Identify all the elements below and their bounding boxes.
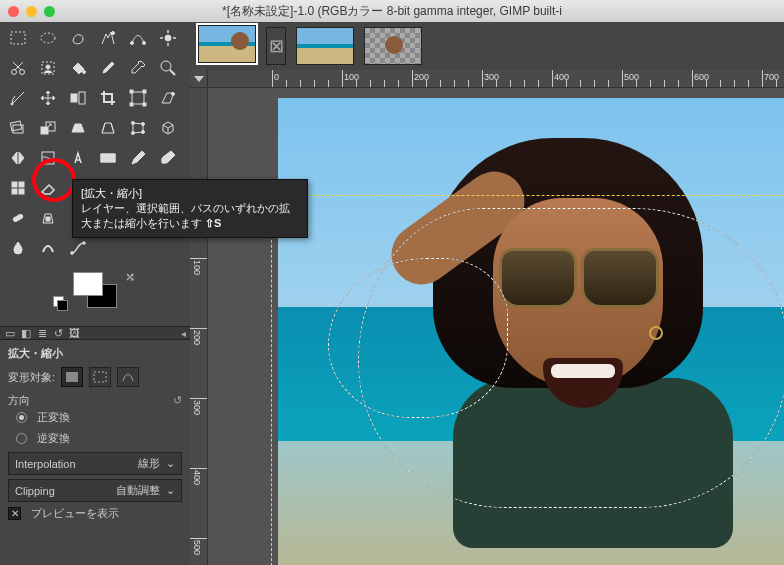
- svg-line-35: [111, 123, 114, 133]
- spacer4: [156, 236, 180, 260]
- interpolation-label: Interpolation: [15, 458, 76, 470]
- image-area: ⊠ 0100200300400500600700800 010020030040…: [190, 22, 784, 565]
- svg-rect-53: [13, 214, 24, 222]
- window-titlebar: *[名称未設定]-1.0 (RGBカラー 8-bit gamma integer…: [0, 0, 784, 22]
- interpolation-select[interactable]: Interpolation 線形 ⌄: [8, 452, 182, 475]
- tooltip-shortcut: ⇧S: [205, 217, 221, 229]
- perspective-clone-tool[interactable]: [36, 206, 60, 230]
- image-tab-close[interactable]: ⊠: [266, 27, 286, 65]
- svg-point-59: [83, 242, 86, 245]
- eyedropper-tool[interactable]: [126, 56, 150, 80]
- handle-transform-tool[interactable]: [156, 86, 180, 110]
- svg-rect-23: [79, 92, 85, 104]
- direction-normal-radio[interactable]: [16, 412, 27, 423]
- direction-reverse-radio[interactable]: [16, 433, 27, 444]
- image-tabs: ⊠: [190, 22, 784, 70]
- svg-rect-27: [130, 103, 133, 106]
- color-swatches: ⤭: [6, 266, 184, 318]
- svg-point-29: [172, 93, 175, 96]
- svg-rect-41: [101, 154, 115, 162]
- transform-path-button[interactable]: [117, 367, 139, 387]
- foreground-color-swatch[interactable]: [73, 272, 103, 296]
- scale-tool[interactable]: [36, 116, 60, 140]
- perspective-tool[interactable]: [96, 116, 120, 140]
- direction-label: 方向: [8, 393, 30, 408]
- rect-select-tool[interactable]: [6, 26, 30, 50]
- close-window-icon[interactable]: [8, 6, 19, 17]
- bucket-fill-tool[interactable]: [66, 56, 90, 80]
- svg-line-18: [170, 70, 175, 75]
- tab-menu-icon[interactable]: ◂: [181, 328, 186, 339]
- fuzzy-select-tool[interactable]: [96, 26, 120, 50]
- cut-tool[interactable]: [6, 56, 30, 80]
- warp-tool[interactable]: [36, 146, 60, 170]
- chevron-down-icon: ⌄: [166, 457, 175, 470]
- left-dock: ⤭ ▭ ◧ ≣ ↺ 🖼 ◂ 拡大・縮小 変形対象: 方向 ↺: [0, 22, 190, 565]
- color-picker-tool[interactable]: [96, 56, 120, 80]
- horizontal-ruler[interactable]: 0100200300400500600700800: [208, 70, 784, 88]
- tool-options-tab[interactable]: ▭: [4, 327, 16, 339]
- images-tab[interactable]: 🖼: [68, 327, 80, 339]
- 3d-transform-tool[interactable]: [156, 116, 180, 140]
- ruler-label: 400: [192, 470, 202, 485]
- ellipse-select-tool[interactable]: [36, 26, 60, 50]
- vertical-ruler[interactable]: 0100200300400500: [190, 88, 208, 565]
- svg-rect-0: [11, 32, 25, 44]
- pattern-tool[interactable]: [6, 176, 30, 200]
- reset-colors-icon[interactable]: [53, 296, 67, 310]
- measure-tool[interactable]: [6, 86, 30, 110]
- align-tool[interactable]: [66, 86, 90, 110]
- heal-tool[interactable]: [6, 206, 30, 230]
- reset-direction-icon[interactable]: ↺: [173, 394, 182, 407]
- minimize-window-icon[interactable]: [26, 6, 37, 17]
- svg-point-37: [142, 123, 145, 126]
- clipping-select[interactable]: Clipping 自動調整 ⌄: [8, 479, 182, 502]
- shear-tool[interactable]: [66, 116, 90, 140]
- svg-point-1: [41, 33, 55, 43]
- image-tab-1[interactable]: [198, 25, 256, 63]
- svg-point-5: [165, 35, 171, 41]
- flip-tool[interactable]: [6, 146, 30, 170]
- svg-line-13: [13, 62, 21, 70]
- paintbrush-tool[interactable]: [156, 146, 180, 170]
- svg-rect-28: [143, 103, 146, 106]
- zoom-tool[interactable]: [156, 56, 180, 80]
- image-tab-2[interactable]: [296, 27, 354, 65]
- undo-history-tab[interactable]: ↺: [52, 327, 64, 339]
- preview-checkbox[interactable]: ✕: [8, 507, 21, 520]
- pencil-tool[interactable]: [126, 146, 150, 170]
- layers-tab[interactable]: ≣: [36, 327, 48, 339]
- lighting-tool[interactable]: [156, 26, 180, 50]
- free-select-tool[interactable]: [66, 26, 90, 50]
- gradient-tool[interactable]: [96, 146, 120, 170]
- ruler-origin-icon[interactable]: [190, 70, 208, 88]
- smudge2-tool[interactable]: [36, 236, 60, 260]
- crop-tool[interactable]: [96, 86, 120, 110]
- interpolation-value: 線形: [138, 456, 160, 471]
- chevron-down-icon: ⌄: [166, 484, 175, 497]
- spacer2: [96, 236, 120, 260]
- curves-tool[interactable]: [66, 236, 90, 260]
- foreground-select-tool[interactable]: [36, 56, 60, 80]
- move-tool[interactable]: [36, 86, 60, 110]
- swap-colors-icon[interactable]: ⤭: [125, 270, 135, 284]
- rotate-tool[interactable]: [6, 116, 30, 140]
- device-status-tab[interactable]: ◧: [20, 327, 32, 339]
- transform-layer-button[interactable]: [61, 367, 83, 387]
- transform-selection-button[interactable]: [89, 367, 111, 387]
- droplet-tool[interactable]: [6, 236, 30, 260]
- unified-transform-tool[interactable]: [126, 86, 150, 110]
- svg-rect-24: [132, 92, 144, 104]
- image-tab-3[interactable]: [364, 27, 422, 65]
- paths-tool[interactable]: [126, 26, 150, 50]
- eraser-tool[interactable]: [36, 176, 60, 200]
- zoom-window-icon[interactable]: [44, 6, 55, 17]
- text-tool[interactable]: [66, 146, 90, 170]
- ruler-label: 300: [192, 400, 202, 415]
- spacer3: [126, 236, 150, 260]
- canvas[interactable]: [208, 88, 784, 565]
- cage-transform-tool[interactable]: [126, 116, 150, 140]
- ruler-label: 0: [274, 72, 279, 82]
- svg-point-17: [161, 61, 171, 71]
- svg-rect-61: [94, 372, 106, 382]
